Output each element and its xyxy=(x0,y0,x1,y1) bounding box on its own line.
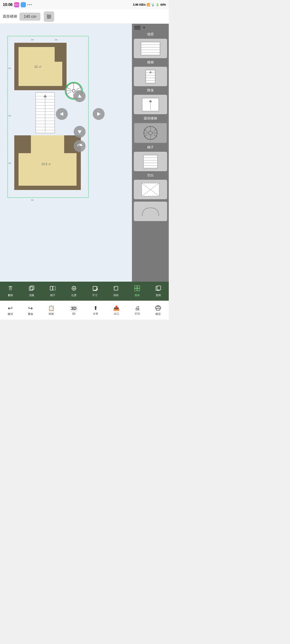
room2-area: 12.5 ㎡ xyxy=(41,162,51,166)
share-button[interactable]: ⬆ 分享 xyxy=(93,305,98,316)
group-label: 团体 xyxy=(135,294,140,297)
undo-icon: ↩ xyxy=(8,305,13,312)
sidebar-label-landing: 降落 xyxy=(147,88,154,92)
settings-button[interactable] xyxy=(44,12,54,22)
sidebar-item-wall[interactable] xyxy=(134,39,167,58)
group-button[interactable]: 团体 xyxy=(134,285,140,297)
stairs-icon xyxy=(139,68,162,85)
export-button[interactable]: 📤 出口 xyxy=(113,305,120,316)
export-label: 出口 xyxy=(114,312,119,316)
svg-rect-83 xyxy=(9,287,12,290)
floor-button[interactable]: 楼层 xyxy=(155,305,161,316)
sidebar-label-circular: 圆形楼梯 xyxy=(144,116,157,121)
bottom-toolbar-2: ↩ 撤消 ↪ 重做 📋 粘贴 3D 3D ⬆ 分享 📤 出口 🖨 打印 楼层 xyxy=(0,301,169,320)
svg-marker-49 xyxy=(97,112,101,116)
position-button[interactable]: 位置 xyxy=(71,285,77,297)
mirror-button[interactable]: 镜子 xyxy=(50,285,56,297)
delete-button[interactable]: 删除 xyxy=(7,285,14,297)
svg-text:500: 500 xyxy=(8,68,11,69)
arch-icon xyxy=(139,203,162,220)
position-label: 位置 xyxy=(71,294,77,297)
svg-point-5 xyxy=(48,17,49,18)
svg-rect-106 xyxy=(157,286,161,290)
sidebar-item-blank[interactable] xyxy=(134,180,167,199)
print-icon: 🖨 xyxy=(135,305,140,311)
menu-lines-icon[interactable] xyxy=(134,26,140,30)
3d-button[interactable]: 3D 3D xyxy=(70,306,78,315)
3d-label: 3D xyxy=(72,312,75,315)
sidebar-label-stairs: 楼梯 xyxy=(147,60,154,64)
svg-rect-108 xyxy=(156,308,160,310)
move-down-button[interactable] xyxy=(74,126,86,138)
status-right: 3.96 KB/s 📶 📡 🔋 44% xyxy=(133,3,166,6)
signal-icon: 📶 xyxy=(147,3,150,6)
clone-icon xyxy=(29,285,35,293)
svg-rect-9 xyxy=(55,43,67,62)
move-up-button[interactable] xyxy=(74,90,86,102)
dimension-button[interactable]: 140 cm xyxy=(20,12,41,21)
export-icon: 📤 xyxy=(113,305,120,311)
sidebar-item-arch[interactable] xyxy=(134,202,167,221)
sidebar-item-landing[interactable] xyxy=(134,95,167,114)
main-area: 12 ㎡ xyxy=(0,24,169,282)
delete-label: 删除 xyxy=(8,294,13,297)
clone-button[interactable]: 克隆 xyxy=(29,285,35,297)
svg-rect-27 xyxy=(14,135,31,153)
svg-line-39 xyxy=(76,88,81,90)
blank-icon xyxy=(139,181,162,198)
svg-rect-102 xyxy=(137,286,140,288)
copy-button[interactable]: 复制 xyxy=(155,285,161,297)
svg-rect-100 xyxy=(114,286,118,290)
rotate-button[interactable] xyxy=(74,140,86,152)
battery-icon: 🔋 xyxy=(156,3,159,6)
landing-icon xyxy=(139,96,162,113)
room1-area: 12 ㎡ xyxy=(34,65,42,68)
redo-button[interactable]: ↪ 重做 xyxy=(28,305,33,316)
svg-rect-29 xyxy=(31,135,64,140)
print-label: 打印 xyxy=(135,312,140,316)
floor-plan[interactable]: 12 ㎡ xyxy=(7,36,98,202)
paste-label: 粘贴 xyxy=(49,312,54,316)
svg-rect-90 xyxy=(50,286,53,290)
undo-button[interactable]: ↩ 撤消 xyxy=(8,305,13,316)
dots-menu[interactable]: ··· xyxy=(27,2,32,7)
svg-marker-46 xyxy=(78,94,82,98)
group-icon xyxy=(134,285,140,293)
move-right-button[interactable] xyxy=(93,108,105,120)
share-label: 分享 xyxy=(93,312,98,316)
clone-label: 克隆 xyxy=(29,294,34,297)
rotate-icon xyxy=(113,285,119,293)
svg-marker-48 xyxy=(60,112,63,116)
paste-button[interactable]: 📋 粘贴 xyxy=(48,305,55,316)
sidebar-item-circular[interactable] xyxy=(134,123,167,143)
paste-icon: 📋 xyxy=(48,305,55,311)
battery-level: 44% xyxy=(160,3,166,6)
sidebar-item-ladder[interactable] xyxy=(134,152,167,171)
network-speed: 3.96 KB/s xyxy=(133,3,146,6)
rotate-btn[interactable]: 回转 xyxy=(113,285,119,297)
svg-text:500: 500 xyxy=(8,162,11,164)
settings-icon xyxy=(46,14,52,20)
nav-back-button[interactable]: ‹ xyxy=(140,322,142,322)
dropdown-arrow-icon[interactable]: ▼ xyxy=(142,26,146,30)
copy-icon xyxy=(155,285,161,293)
size-button[interactable]: 尺寸 xyxy=(92,285,98,297)
sidebar-item-stairs[interactable] xyxy=(134,67,167,86)
share-icon: ⬆ xyxy=(93,305,98,311)
sidebar-label-ladder: 梯子 xyxy=(147,145,154,150)
3d-icon: 3D xyxy=(70,306,78,312)
move-left-button[interactable] xyxy=(56,108,68,120)
redo-icon: ↪ xyxy=(28,305,33,312)
svg-rect-85 xyxy=(10,286,11,287)
svg-point-37 xyxy=(72,89,75,92)
nav-bar: ☰ □ ‹ xyxy=(0,320,169,322)
status-time: 10:06 xyxy=(3,2,13,7)
svg-rect-95 xyxy=(93,286,97,290)
canvas-area[interactable]: 12 ㎡ xyxy=(0,24,132,282)
svg-rect-107 xyxy=(155,307,161,308)
bottom-toolbar-1: 删除 克隆 镜子 位置 尺寸 回转 团体 xyxy=(0,282,169,301)
svg-rect-103 xyxy=(135,288,137,291)
print-button[interactable]: 🖨 打印 xyxy=(135,305,140,316)
svg-text:200: 200 xyxy=(55,39,58,40)
svg-line-43 xyxy=(67,92,71,94)
